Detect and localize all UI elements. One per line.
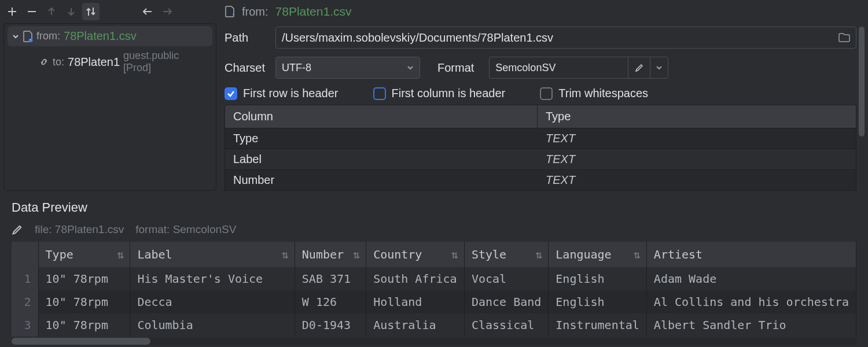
cols-row[interactable]: Label TEXT [225,149,856,169]
swap-icon [85,6,97,17]
tree-from-label: from: [36,30,60,42]
first-col-header-checkbox[interactable]: First column is header [373,87,506,100]
checkbox-icon [540,87,553,100]
trim-whitespace-label: Trim whitespaces [558,87,648,100]
arrow-down-icon [66,6,76,17]
cols-head-column[interactable]: Column [225,105,538,128]
cols-row[interactable]: Number TEXT [225,169,856,190]
tree-from-row[interactable]: * from: 78Platen1.csv [8,26,212,46]
cell: Holland [366,290,465,313]
remove-button[interactable] [23,3,41,20]
chevron-down-icon [407,64,414,71]
cell: Instrumental [549,313,647,337]
first-col-header-label: First column is header [392,87,506,100]
arrow-left-icon [142,6,153,17]
cell: His Master's Voice [130,267,295,290]
cell: Al Collins and his orchestra [646,290,856,313]
left-toolbar [0,0,220,23]
cell: D0-1943 [295,313,366,337]
chevron-down-icon [656,64,663,71]
pencil-icon [635,63,644,72]
cell: Decca [130,290,295,313]
col-header-type[interactable]: Type⇅ [38,242,130,267]
col-header-style[interactable]: Style⇅ [464,242,548,267]
cell: Classical [464,313,548,337]
header-from-label: from: [242,5,269,19]
forward-button [159,3,176,20]
back-button[interactable] [139,3,156,20]
tree-to-row[interactable]: to: 78Platen1 guest.public [Prod] [8,46,212,77]
arrow-right-icon [161,6,173,17]
col-header-number[interactable]: Number⇅ [295,242,366,267]
format-edit-button[interactable] [628,57,650,79]
cell: Dance Band [464,290,548,313]
sort-icon: ⇅ [451,248,458,261]
cell: SAB 371 [295,267,366,290]
charset-format-row: Charset UTF-8 Format SemcolonSV [225,57,856,79]
tree-to-label: to: [53,56,64,68]
preview-table: Type⇅ Label⇅ Number⇅ Country⇅ Style⇅ Lan… [12,242,856,337]
vertical-scrollbar[interactable] [859,27,865,191]
link-icon [39,57,49,67]
row-number: 3 [12,313,38,337]
preview-format-info: format: SemcolonSV [135,223,236,236]
file-csv-icon: * [225,6,235,17]
table-row[interactable]: 3 10" 78rpm Columbia D0-1943 Australia C… [12,313,856,337]
sort-icon: ⇅ [353,248,360,261]
cell: Vocal [464,267,548,290]
minus-icon [27,6,37,17]
detail-header: * from: 78Platen1.csv [225,0,856,23]
chevron-down-icon [12,33,19,40]
sort-icon: ⇅ [282,248,289,261]
col-type: TEXT [538,128,856,149]
scrollbar-thumb[interactable] [859,27,865,136]
sort-icon: ⇅ [535,248,542,261]
cols-row[interactable]: Type TEXT [225,128,856,149]
format-select[interactable]: SemcolonSV [489,57,628,79]
trim-whitespace-checkbox[interactable]: Trim whitespaces [540,87,648,100]
path-field-row: Path /Users/maxim.sobolevskiy/Documents/… [225,27,856,49]
swap-button[interactable] [82,3,100,20]
row-number: 2 [12,290,38,313]
scrollbar-thumb[interactable] [12,338,150,345]
col-header-language[interactable]: Language⇅ [549,242,647,267]
move-down-button [62,3,80,20]
row-number-header[interactable] [12,242,38,267]
col-header-label[interactable]: Label⇅ [130,242,295,267]
plus-icon [7,6,17,17]
col-name: Type [225,128,538,149]
col-type: TEXT [538,149,856,169]
arrow-up-icon [46,6,57,17]
tree-to-target: 78Platen1 [68,56,120,69]
charset-select[interactable]: UTF-8 [275,57,420,79]
cell: Albert Sandler Trio [646,313,856,337]
charset-label: Charset [225,61,269,75]
table-row[interactable]: 2 10" 78rpm Decca W 126 Holland Dance Ba… [12,290,856,313]
first-row-header-checkbox[interactable]: First row is header [225,87,339,100]
tree-from-filename: 78Platen1.csv [64,29,137,43]
cols-head-type[interactable]: Type [538,105,856,128]
cell: Australia [366,313,465,337]
col-name: Number [225,170,538,190]
checkbox-icon [373,87,386,100]
add-button[interactable] [3,3,21,20]
first-row-header-label: First row is header [243,87,339,100]
preview-edit-button[interactable] [12,224,23,235]
data-preview-title: Data Preview [12,200,856,215]
format-value: SemcolonSV [495,62,556,74]
move-up-button [43,3,60,20]
cell: English [549,290,647,313]
table-row[interactable]: 1 10" 78rpm His Master's Voice SAB 371 S… [12,267,856,290]
cell: 10" 78rpm [38,290,130,313]
cell: 10" 78rpm [38,313,130,337]
col-type: TEXT [538,170,856,190]
col-header-country[interactable]: Country⇅ [366,242,465,267]
format-dropdown-button[interactable] [650,57,668,79]
sort-icon: ⇅ [634,248,641,261]
path-input[interactable]: /Users/maxim.sobolevskiy/Documents/78Pla… [275,27,856,49]
source-tree: * from: 78Platen1.csv to: 78Platen1 gues… [4,24,216,77]
col-name: Label [225,149,538,169]
folder-icon[interactable] [838,33,850,42]
horizontal-scrollbar[interactable] [12,338,856,345]
col-header-artiest[interactable]: Artiest [646,242,856,267]
